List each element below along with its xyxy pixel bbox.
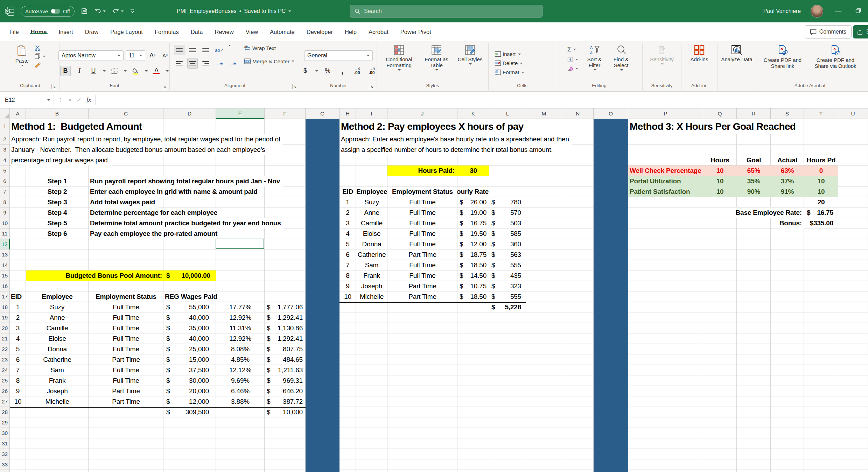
restore-button[interactable] <box>853 7 863 15</box>
cell-A4[interactable]: percentage of regular wages paid. <box>11 155 112 165</box>
formula-options-icon[interactable]: ⋮ <box>58 97 63 103</box>
cell-D17[interactable]: REG Wages Paid <box>163 291 216 302</box>
cell-B22[interactable]: Donna <box>26 344 89 354</box>
row-header-30[interactable]: 30 <box>0 428 10 438</box>
fill-color-dropdown-icon[interactable] <box>145 70 148 72</box>
cell-K11[interactable]: $19.50 <box>457 228 489 239</box>
cell-Q7[interactable]: 10 <box>703 186 737 197</box>
cell-D20[interactable]: $35,000 <box>163 323 216 333</box>
cell-H1[interactable]: Method 2: Pay employees X hours of pay <box>341 119 526 134</box>
col-header-F[interactable]: F <box>265 108 306 119</box>
cell-A3[interactable]: January - November. Then allocate budget… <box>11 145 268 155</box>
cell-D22[interactable]: $25,000 <box>163 344 216 354</box>
cell-L9[interactable]: $570 <box>489 207 526 218</box>
cell-P1[interactable]: Method 3: X Hours Per Goal Reached <box>630 119 798 134</box>
font-color-button[interactable]: A <box>151 66 162 76</box>
cell-D25[interactable]: $30,000 <box>163 375 216 386</box>
row-header-34[interactable] <box>0 470 10 472</box>
cell-C21[interactable]: Full Time <box>89 333 163 344</box>
decrease-font-size-button[interactable]: A˅ <box>160 50 170 61</box>
cell-I16[interactable]: Joseph <box>356 281 387 291</box>
tab-acrobat[interactable]: Acrobat <box>363 29 394 35</box>
row-header-21[interactable]: 21 <box>0 333 10 344</box>
addins-button[interactable]: Add-ins <box>688 44 710 63</box>
cell-H8[interactable]: 1 <box>340 197 356 207</box>
cell-K14[interactable]: $18.50 <box>457 260 489 270</box>
cell-K13[interactable]: $18.75 <box>457 249 489 260</box>
cell-A17[interactable]: EID <box>10 291 26 302</box>
row-header-28[interactable]: 28 <box>0 407 10 417</box>
cell-I11[interactable]: Eloise <box>356 228 387 239</box>
comma-style-button[interactable]: , <box>337 66 348 76</box>
cell-A1[interactable]: Method 1: Budgeted Amount <box>11 119 145 134</box>
cell-B27[interactable]: Michelle <box>26 396 89 407</box>
accounting-dropdown-icon[interactable] <box>315 70 318 72</box>
cell-I8[interactable]: Suzy <box>356 197 387 207</box>
cell-E22[interactable]: 8.08% <box>216 344 265 354</box>
delete-cells-button[interactable]: Delete <box>493 59 524 67</box>
cell-B6[interactable]: Step 1 <box>26 176 89 186</box>
row-header-7[interactable]: 7 <box>0 186 10 197</box>
col-header-J[interactable]: J <box>387 108 457 119</box>
cell-E27[interactable]: 3.88% <box>216 396 265 407</box>
tab-power-pivot[interactable]: Power Pivot <box>394 29 437 35</box>
cell-C20[interactable]: Full Time <box>89 323 163 333</box>
cell-J13[interactable]: Part Time <box>387 249 457 260</box>
cell-F24[interactable]: $1,211.63 <box>265 365 306 375</box>
italic-button[interactable]: I <box>74 66 85 76</box>
find-select-button[interactable]: Find & Select <box>610 44 633 71</box>
fill-button[interactable] <box>566 56 580 63</box>
cell-T5[interactable]: 0 <box>804 165 838 176</box>
cell-B7[interactable]: Step 2 <box>26 186 89 197</box>
user-avatar[interactable] <box>811 5 823 17</box>
row-header-3[interactable]: 3 <box>0 145 10 155</box>
cell-H10[interactable]: 3 <box>340 218 356 228</box>
cell-H2[interactable]: Approach: Enter each employee's base hou… <box>341 134 572 145</box>
cell-F22[interactable]: $807.75 <box>265 344 306 354</box>
center-button[interactable] <box>187 58 198 69</box>
row-header-4[interactable]: 4 <box>0 155 10 165</box>
col-header-S[interactable]: S <box>771 108 804 119</box>
customize-quick-access-button[interactable] <box>130 9 135 13</box>
number-format-select[interactable]: General <box>304 50 373 61</box>
cell-A27[interactable]: 10 <box>10 396 26 407</box>
font-name-select[interactable]: Aptos Narrow <box>58 50 124 61</box>
cell-L15[interactable]: $435 <box>489 270 526 281</box>
cell-E18[interactable]: 17.77% <box>216 302 265 312</box>
tab-draw[interactable]: Draw <box>79 29 105 35</box>
cell-I12[interactable]: Donna <box>356 239 387 249</box>
cell-B8[interactable]: Step 3 <box>26 197 89 207</box>
cell-C24[interactable]: Full Time <box>89 365 163 375</box>
font-dialog-launcher[interactable]: ↘ <box>162 84 167 89</box>
cell-I10[interactable]: Camille <box>356 218 387 228</box>
font-color-dropdown-icon[interactable] <box>166 70 169 72</box>
cell-B10[interactable]: Step 5 <box>26 218 89 228</box>
col-header-R[interactable]: R <box>737 108 771 119</box>
row-header-22[interactable]: 22 <box>0 344 10 354</box>
cell-T6[interactable]: 10 <box>804 176 838 186</box>
cell-A19[interactable]: 2 <box>10 312 26 323</box>
sort-filter-button[interactable]: A Z Sort & Filter <box>583 44 606 71</box>
row-header-1[interactable]: 1 <box>0 119 10 134</box>
cell-K9[interactable]: $19.00 <box>457 207 489 218</box>
excel-app-icon[interactable] <box>5 7 14 16</box>
row-header-27[interactable]: 27 <box>0 396 10 407</box>
row-header-11[interactable]: 11 <box>0 228 10 239</box>
cell-B21[interactable]: Eloise <box>26 333 89 344</box>
cell-I17[interactable]: Michelle <box>356 291 387 302</box>
cell-S7[interactable]: 91% <box>771 186 804 197</box>
increase-decimal-button[interactable]: ←0.00 <box>352 66 362 76</box>
cell-B24[interactable]: Sam <box>26 365 89 375</box>
format-cells-button[interactable]: Format <box>493 69 526 76</box>
cell-E26[interactable]: 6.46% <box>216 386 265 396</box>
cell-L12[interactable]: $360 <box>489 239 526 249</box>
cell-K7[interactable]: Hourly Rate <box>457 186 489 197</box>
col-header-D[interactable]: D <box>163 108 216 119</box>
cell-I14[interactable]: Sam <box>356 260 387 270</box>
cell-I13[interactable]: Catherine <box>356 249 387 260</box>
cell-H14[interactable]: 7 <box>340 260 356 270</box>
cell-T4[interactable]: Hours Pd <box>804 155 838 165</box>
cell-J15[interactable]: Full Time <box>387 270 457 281</box>
copy-button[interactable] <box>33 52 47 60</box>
row-header-32[interactable]: 32 <box>0 449 10 459</box>
